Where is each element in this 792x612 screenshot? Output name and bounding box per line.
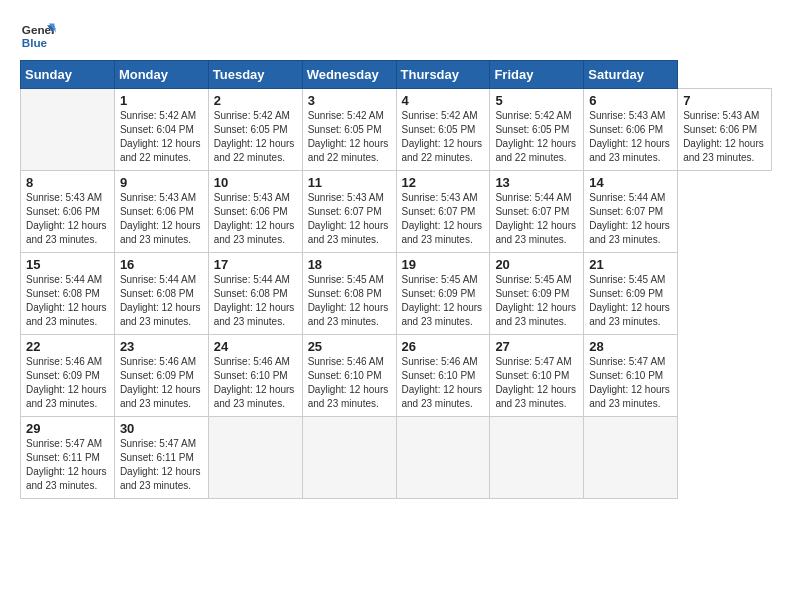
day-info: Sunrise: 5:46 AMSunset: 6:10 PMDaylight:…	[214, 355, 297, 411]
day-number: 26	[402, 339, 485, 354]
day-info: Sunrise: 5:43 AMSunset: 6:07 PMDaylight:…	[308, 191, 391, 247]
day-number: 3	[308, 93, 391, 108]
day-number: 7	[683, 93, 766, 108]
day-number: 1	[120, 93, 203, 108]
day-cell-26: 26Sunrise: 5:46 AMSunset: 6:10 PMDayligh…	[396, 335, 490, 417]
col-header-wednesday: Wednesday	[302, 61, 396, 89]
day-number: 17	[214, 257, 297, 272]
col-header-monday: Monday	[114, 61, 208, 89]
week-row-4: 29Sunrise: 5:47 AMSunset: 6:11 PMDayligh…	[21, 417, 772, 499]
calendar-header-row: SundayMondayTuesdayWednesdayThursdayFrid…	[21, 61, 772, 89]
day-info: Sunrise: 5:43 AMSunset: 6:07 PMDaylight:…	[402, 191, 485, 247]
day-number: 27	[495, 339, 578, 354]
day-number: 28	[589, 339, 672, 354]
week-row-2: 15Sunrise: 5:44 AMSunset: 6:08 PMDayligh…	[21, 253, 772, 335]
empty-cell	[21, 89, 115, 171]
day-info: Sunrise: 5:46 AMSunset: 6:09 PMDaylight:…	[120, 355, 203, 411]
day-info: Sunrise: 5:42 AMSunset: 6:05 PMDaylight:…	[402, 109, 485, 165]
day-cell-1: 1Sunrise: 5:42 AMSunset: 6:04 PMDaylight…	[114, 89, 208, 171]
week-row-3: 22Sunrise: 5:46 AMSunset: 6:09 PMDayligh…	[21, 335, 772, 417]
day-cell-6: 6Sunrise: 5:43 AMSunset: 6:06 PMDaylight…	[584, 89, 678, 171]
day-number: 16	[120, 257, 203, 272]
day-number: 8	[26, 175, 109, 190]
day-cell-20: 20Sunrise: 5:45 AMSunset: 6:09 PMDayligh…	[490, 253, 584, 335]
day-info: Sunrise: 5:42 AMSunset: 6:04 PMDaylight:…	[120, 109, 203, 165]
day-cell-11: 11Sunrise: 5:43 AMSunset: 6:07 PMDayligh…	[302, 171, 396, 253]
day-number: 24	[214, 339, 297, 354]
day-cell-25: 25Sunrise: 5:46 AMSunset: 6:10 PMDayligh…	[302, 335, 396, 417]
day-cell-30: 30Sunrise: 5:47 AMSunset: 6:11 PMDayligh…	[114, 417, 208, 499]
day-info: Sunrise: 5:43 AMSunset: 6:06 PMDaylight:…	[589, 109, 672, 165]
day-cell-9: 9Sunrise: 5:43 AMSunset: 6:06 PMDaylight…	[114, 171, 208, 253]
day-number: 12	[402, 175, 485, 190]
day-info: Sunrise: 5:47 AMSunset: 6:10 PMDaylight:…	[495, 355, 578, 411]
day-info: Sunrise: 5:44 AMSunset: 6:08 PMDaylight:…	[214, 273, 297, 329]
day-cell-8: 8Sunrise: 5:43 AMSunset: 6:06 PMDaylight…	[21, 171, 115, 253]
day-number: 15	[26, 257, 109, 272]
week-row-1: 8Sunrise: 5:43 AMSunset: 6:06 PMDaylight…	[21, 171, 772, 253]
col-header-tuesday: Tuesday	[208, 61, 302, 89]
week-row-0: 1Sunrise: 5:42 AMSunset: 6:04 PMDaylight…	[21, 89, 772, 171]
day-cell-12: 12Sunrise: 5:43 AMSunset: 6:07 PMDayligh…	[396, 171, 490, 253]
empty-cell	[302, 417, 396, 499]
day-number: 6	[589, 93, 672, 108]
empty-cell	[584, 417, 678, 499]
col-header-thursday: Thursday	[396, 61, 490, 89]
day-cell-27: 27Sunrise: 5:47 AMSunset: 6:10 PMDayligh…	[490, 335, 584, 417]
day-info: Sunrise: 5:42 AMSunset: 6:05 PMDaylight:…	[495, 109, 578, 165]
day-number: 11	[308, 175, 391, 190]
day-cell-5: 5Sunrise: 5:42 AMSunset: 6:05 PMDaylight…	[490, 89, 584, 171]
day-cell-16: 16Sunrise: 5:44 AMSunset: 6:08 PMDayligh…	[114, 253, 208, 335]
day-cell-10: 10Sunrise: 5:43 AMSunset: 6:06 PMDayligh…	[208, 171, 302, 253]
day-info: Sunrise: 5:46 AMSunset: 6:10 PMDaylight:…	[308, 355, 391, 411]
day-cell-22: 22Sunrise: 5:46 AMSunset: 6:09 PMDayligh…	[21, 335, 115, 417]
day-info: Sunrise: 5:45 AMSunset: 6:09 PMDaylight:…	[495, 273, 578, 329]
day-cell-3: 3Sunrise: 5:42 AMSunset: 6:05 PMDaylight…	[302, 89, 396, 171]
day-number: 14	[589, 175, 672, 190]
day-number: 21	[589, 257, 672, 272]
calendar-body: 1Sunrise: 5:42 AMSunset: 6:04 PMDaylight…	[21, 89, 772, 499]
day-cell-29: 29Sunrise: 5:47 AMSunset: 6:11 PMDayligh…	[21, 417, 115, 499]
col-header-friday: Friday	[490, 61, 584, 89]
day-cell-19: 19Sunrise: 5:45 AMSunset: 6:09 PMDayligh…	[396, 253, 490, 335]
page: General Blue SundayMondayTuesdayWednesda…	[0, 0, 792, 612]
day-cell-4: 4Sunrise: 5:42 AMSunset: 6:05 PMDaylight…	[396, 89, 490, 171]
day-info: Sunrise: 5:44 AMSunset: 6:08 PMDaylight:…	[26, 273, 109, 329]
day-info: Sunrise: 5:47 AMSunset: 6:10 PMDaylight:…	[589, 355, 672, 411]
day-info: Sunrise: 5:43 AMSunset: 6:06 PMDaylight:…	[683, 109, 766, 165]
day-number: 25	[308, 339, 391, 354]
day-info: Sunrise: 5:43 AMSunset: 6:06 PMDaylight:…	[26, 191, 109, 247]
day-info: Sunrise: 5:44 AMSunset: 6:07 PMDaylight:…	[495, 191, 578, 247]
day-number: 10	[214, 175, 297, 190]
col-header-sunday: Sunday	[21, 61, 115, 89]
empty-cell	[396, 417, 490, 499]
header: General Blue	[20, 18, 772, 54]
day-info: Sunrise: 5:45 AMSunset: 6:09 PMDaylight:…	[589, 273, 672, 329]
day-info: Sunrise: 5:42 AMSunset: 6:05 PMDaylight:…	[214, 109, 297, 165]
logo: General Blue	[20, 18, 56, 54]
day-number: 18	[308, 257, 391, 272]
day-info: Sunrise: 5:45 AMSunset: 6:08 PMDaylight:…	[308, 273, 391, 329]
day-number: 19	[402, 257, 485, 272]
day-number: 2	[214, 93, 297, 108]
day-cell-23: 23Sunrise: 5:46 AMSunset: 6:09 PMDayligh…	[114, 335, 208, 417]
day-info: Sunrise: 5:44 AMSunset: 6:08 PMDaylight:…	[120, 273, 203, 329]
day-number: 4	[402, 93, 485, 108]
day-cell-13: 13Sunrise: 5:44 AMSunset: 6:07 PMDayligh…	[490, 171, 584, 253]
day-info: Sunrise: 5:44 AMSunset: 6:07 PMDaylight:…	[589, 191, 672, 247]
day-number: 22	[26, 339, 109, 354]
day-cell-24: 24Sunrise: 5:46 AMSunset: 6:10 PMDayligh…	[208, 335, 302, 417]
day-info: Sunrise: 5:46 AMSunset: 6:09 PMDaylight:…	[26, 355, 109, 411]
calendar-table: SundayMondayTuesdayWednesdayThursdayFrid…	[20, 60, 772, 499]
day-number: 13	[495, 175, 578, 190]
day-info: Sunrise: 5:43 AMSunset: 6:06 PMDaylight:…	[214, 191, 297, 247]
day-number: 20	[495, 257, 578, 272]
day-info: Sunrise: 5:47 AMSunset: 6:11 PMDaylight:…	[26, 437, 109, 493]
day-cell-7: 7Sunrise: 5:43 AMSunset: 6:06 PMDaylight…	[678, 89, 772, 171]
day-cell-21: 21Sunrise: 5:45 AMSunset: 6:09 PMDayligh…	[584, 253, 678, 335]
day-info: Sunrise: 5:43 AMSunset: 6:06 PMDaylight:…	[120, 191, 203, 247]
day-info: Sunrise: 5:45 AMSunset: 6:09 PMDaylight:…	[402, 273, 485, 329]
logo-icon: General Blue	[20, 18, 56, 54]
day-info: Sunrise: 5:46 AMSunset: 6:10 PMDaylight:…	[402, 355, 485, 411]
day-cell-28: 28Sunrise: 5:47 AMSunset: 6:10 PMDayligh…	[584, 335, 678, 417]
